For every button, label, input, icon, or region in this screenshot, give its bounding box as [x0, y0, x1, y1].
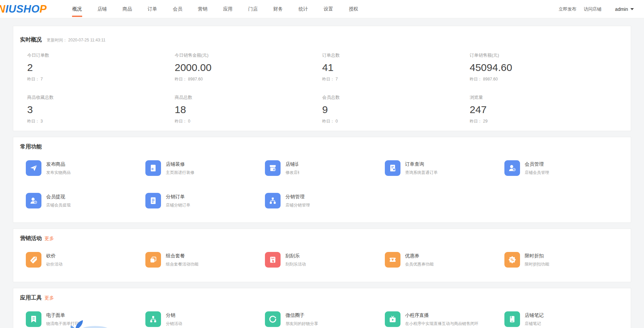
- feature-card[interactable]: 分销管理 店铺分销管理: [265, 193, 384, 208]
- navbar-actions: 立即发布 访问店铺 admin: [551, 6, 634, 12]
- nav-item-门店[interactable]: 门店: [240, 0, 266, 18]
- stat-value: 2000.00: [175, 62, 322, 73]
- card-desc: 会员优惠券功能: [405, 261, 434, 267]
- svg-text:%: %: [511, 258, 514, 262]
- nav-item-统计[interactable]: 统计: [291, 0, 316, 18]
- section-title: 营销活动: [20, 235, 42, 242]
- feature-card[interactable]: 组合套餐 组合套餐活动功能: [145, 252, 265, 268]
- feature-card[interactable]: 小程序直播 在小程序中实现直播互动与商品销售闭环: [385, 311, 504, 327]
- active-tab-underline: [72, 16, 82, 17]
- nav-item-授权[interactable]: 授权: [341, 0, 366, 18]
- stat-yesterday: 昨日： 7: [27, 76, 175, 82]
- nav-item-应用[interactable]: 应用: [215, 0, 240, 18]
- more-link[interactable]: 更多: [44, 295, 54, 301]
- nav-item-概况[interactable]: 概况: [65, 0, 90, 18]
- card-title: 发布商品: [46, 161, 71, 167]
- list-doc-icon: [145, 193, 161, 208]
- card-desc: 店铺笔记: [525, 321, 544, 327]
- dashboard-content: 实时概况 更新时间： 2020-07-25 11:43:11 今日订单数 2 昨…: [0, 18, 644, 328]
- nav-item-订单[interactable]: 订单: [140, 0, 165, 18]
- feature-card[interactable]: 店铺装修 主页面进行装修: [145, 160, 265, 176]
- feature-card[interactable]: 发布商品 发布实物商品: [26, 160, 145, 176]
- user-coin-icon: ¥: [26, 193, 41, 208]
- stat-yesterday: 昨日： 8987.60: [470, 76, 617, 82]
- stat-cell: 今日订单数 2 昨日： 7: [27, 52, 175, 82]
- nav-item-店铺[interactable]: 店铺: [90, 0, 115, 18]
- feature-card[interactable]: 店铺设置 修改店铺信息: [265, 160, 384, 176]
- card-desc: 朋友间的好物分享: [285, 321, 318, 327]
- feature-card[interactable]: 会员管理 店铺会员管理: [504, 160, 624, 176]
- more-link[interactable]: 更多: [44, 236, 54, 242]
- publish-now-link[interactable]: 立即发布: [559, 6, 576, 12]
- stat-yesterday: 昨日： 0: [175, 119, 322, 124]
- feature-card[interactable]: 电子面单 物流电子面单打印: [26, 311, 145, 327]
- user-menu[interactable]: admin: [615, 6, 634, 12]
- card-title: 分销: [166, 312, 182, 318]
- nav-item-商品[interactable]: 商品: [115, 0, 140, 18]
- feature-card[interactable]: 订单查询 查询系统普通订单: [385, 160, 504, 176]
- stats-grid: 今日订单数 2 昨日： 7 今日销售金额(元) 2000.00 昨日： 8987…: [27, 52, 617, 124]
- nav-item-营销[interactable]: 营销: [190, 0, 215, 18]
- nav-item-设置[interactable]: 设置: [316, 0, 341, 18]
- card-desc: 查询系统普通订单: [405, 170, 438, 176]
- overview-title: 实时概况: [20, 37, 42, 42]
- card-desc: 在小程序中实现直播互动与商品销售闭环: [405, 321, 479, 327]
- stat-value: 41: [322, 62, 470, 73]
- user-badge-icon: [504, 160, 520, 176]
- card-desc: 店铺会员管理: [525, 170, 549, 176]
- waybill-icon: [26, 311, 41, 327]
- section-header: 应用工具 更多: [20, 294, 624, 302]
- card-title: 优惠券: [405, 253, 434, 259]
- logo-part: IUSHO: [5, 3, 40, 15]
- stat-label: 今日订单数: [27, 52, 175, 58]
- stat-label: 订单销售额(元): [470, 52, 617, 58]
- card-title: 组合套餐: [166, 253, 198, 259]
- card-title: 订单查询: [405, 161, 438, 167]
- feature-card[interactable]: ¥ 优惠券 会员优惠券功能: [385, 252, 504, 268]
- page-globe-icon: [145, 160, 161, 176]
- stat-value: 3: [27, 104, 175, 115]
- card-title: 会员管理: [525, 161, 549, 167]
- section-header: 常用功能: [20, 143, 624, 150]
- app-tools-panel: 应用工具 更多 电子面单 物流电子面单打印 分销 分销活动 微信圈子 朋友间的好…: [13, 288, 631, 328]
- main-nav: 概况 店铺 商品 订单 会员 营销 应用 门店 财务 统计 设置 授权: [65, 0, 366, 18]
- card-desc: 发布实物商品: [46, 170, 71, 176]
- card-desc: 店铺分销订单: [166, 202, 190, 208]
- stat-value: 9: [322, 104, 470, 115]
- chevron-down-icon: [630, 8, 634, 10]
- stat-label: 商品总数: [175, 94, 322, 101]
- order-search-icon: [385, 160, 400, 176]
- feature-card[interactable]: 分销 分销活动: [145, 311, 265, 327]
- feature-card[interactable]: 微信圈子 朋友间的好物分享: [265, 311, 384, 327]
- update-time: 更新时间： 2020-07-25 11:43:11: [47, 38, 105, 42]
- nav-item-财务[interactable]: 财务: [266, 0, 291, 18]
- svg-text:¥: ¥: [35, 201, 36, 204]
- feature-card[interactable]: 店铺笔记 店铺笔记: [504, 311, 624, 327]
- nav-item-会员[interactable]: 会员: [165, 0, 190, 18]
- tag-slash-icon: [26, 252, 41, 268]
- card-title: 店铺笔记: [525, 312, 544, 318]
- feature-card[interactable]: ¥ 会员提现 店铺会员提现: [26, 193, 145, 208]
- logo-part: P: [40, 3, 47, 15]
- stat-label: 浏览量: [470, 94, 617, 101]
- stat-yesterday: 昨日： 3: [27, 119, 175, 124]
- stat-value: 2: [27, 62, 175, 73]
- feature-card[interactable]: % 限时折扣 限时折扣功能: [504, 252, 624, 268]
- feature-card[interactable]: 分销订单 店铺分销订单: [145, 193, 265, 208]
- discount-burst-icon: %: [504, 252, 520, 268]
- feature-card[interactable]: 刮刮乐 刮刮乐活动: [265, 252, 384, 268]
- stat-yesterday: 昨日： 7: [322, 76, 470, 82]
- card-desc: 店铺会员提现: [46, 202, 71, 208]
- cards-grid: 电子面单 物流电子面单打印 分销 分销活动 微信圈子 朋友间的好物分享 小程序直…: [26, 311, 624, 327]
- visit-shop-link[interactable]: 访问店铺: [584, 6, 602, 12]
- stat-label: 今日销售金额(元): [175, 52, 322, 58]
- logo-part: N: [0, 3, 5, 15]
- stat-value: 45094.60: [470, 62, 617, 73]
- username: admin: [615, 6, 628, 12]
- scratch-card-icon: [265, 252, 281, 268]
- stat-value: 18: [175, 104, 322, 115]
- niushop-logo[interactable]: NIUSHOP: [0, 4, 47, 14]
- card-desc: 刮刮乐活动: [285, 261, 306, 267]
- stat-cell: 今日销售金额(元) 2000.00 昨日： 8987.60: [175, 52, 322, 82]
- feature-card[interactable]: 砍价 砍价活动: [26, 252, 145, 268]
